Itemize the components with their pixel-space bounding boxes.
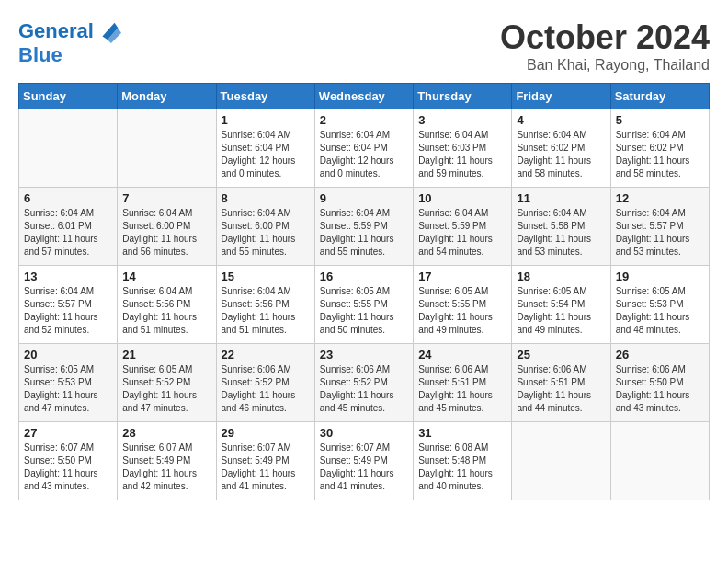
weekday-header-wednesday: Wednesday [314, 84, 413, 109]
day-info: Sunrise: 6:04 AMSunset: 5:56 PMDaylight:… [122, 285, 210, 337]
day-info: Sunrise: 6:04 AMSunset: 6:04 PMDaylight:… [320, 129, 408, 180]
day-number: 21 [122, 348, 210, 362]
day-info: Sunrise: 6:06 AMSunset: 5:50 PMDaylight:… [616, 363, 704, 415]
weekday-header-saturday: Saturday [610, 84, 709, 109]
calendar-cell: 11Sunrise: 6:04 AMSunset: 5:58 PMDayligh… [512, 188, 610, 266]
day-number: 31 [418, 426, 506, 440]
day-number: 14 [122, 270, 210, 283]
calendar-cell: 25Sunrise: 6:06 AMSunset: 5:51 PMDayligh… [512, 344, 610, 422]
calendar-cell: 14Sunrise: 6:04 AMSunset: 5:56 PMDayligh… [118, 266, 216, 344]
day-info: Sunrise: 6:06 AMSunset: 5:52 PMDaylight:… [222, 363, 310, 415]
weekday-header-monday: Monday [118, 84, 216, 109]
calendar-cell: 16Sunrise: 6:05 AMSunset: 5:55 PMDayligh… [314, 266, 413, 344]
day-info: Sunrise: 6:04 AMSunset: 5:56 PMDaylight:… [222, 285, 310, 337]
calendar-cell: 4Sunrise: 6:04 AMSunset: 6:02 PMDaylight… [512, 109, 610, 188]
day-info: Sunrise: 6:05 AMSunset: 5:53 PMDaylight:… [24, 363, 112, 415]
day-number: 3 [418, 113, 506, 127]
calendar-cell: 22Sunrise: 6:06 AMSunset: 5:52 PMDayligh… [216, 344, 314, 422]
calendar-cell: 27Sunrise: 6:07 AMSunset: 5:50 PMDayligh… [19, 422, 118, 500]
weekday-header-row: SundayMondayTuesdayWednesdayThursdayFrid… [19, 84, 710, 109]
calendar-cell: 20Sunrise: 6:05 AMSunset: 5:53 PMDayligh… [19, 344, 118, 422]
logo-blue: Blue [18, 44, 63, 66]
day-number: 10 [418, 191, 506, 205]
calendar-cell: 8Sunrise: 6:04 AMSunset: 6:00 PMDaylight… [216, 188, 314, 266]
day-number: 17 [418, 270, 506, 283]
day-info: Sunrise: 6:04 AMSunset: 6:01 PMDaylight:… [24, 207, 112, 259]
day-info: Sunrise: 6:04 AMSunset: 6:04 PMDaylight:… [222, 129, 310, 180]
day-number: 25 [517, 348, 605, 362]
calendar-cell: 10Sunrise: 6:04 AMSunset: 5:59 PMDayligh… [414, 188, 512, 266]
day-info: Sunrise: 6:05 AMSunset: 5:54 PMDaylight:… [517, 285, 605, 337]
day-number: 15 [222, 270, 310, 283]
calendar-cell: 1Sunrise: 6:04 AMSunset: 6:04 PMDaylight… [216, 109, 314, 188]
day-number: 7 [122, 191, 210, 205]
day-info: Sunrise: 6:06 AMSunset: 5:52 PMDaylight:… [320, 363, 408, 415]
calendar-cell: 24Sunrise: 6:06 AMSunset: 5:51 PMDayligh… [414, 344, 512, 422]
calendar-cell: 19Sunrise: 6:05 AMSunset: 5:53 PMDayligh… [610, 266, 709, 344]
day-number: 30 [320, 426, 408, 440]
day-info: Sunrise: 6:04 AMSunset: 5:57 PMDaylight:… [24, 285, 112, 337]
calendar-cell: 7Sunrise: 6:04 AMSunset: 6:00 PMDaylight… [118, 188, 216, 266]
day-number: 27 [24, 426, 112, 440]
month-title: October 2024 [500, 18, 710, 57]
logo: General Blue [18, 18, 121, 66]
day-info: Sunrise: 6:04 AMSunset: 6:02 PMDaylight:… [517, 129, 605, 180]
day-number: 19 [616, 270, 704, 283]
calendar-cell [512, 422, 610, 500]
weekday-header-sunday: Sunday [19, 84, 118, 109]
calendar-cell [19, 109, 118, 188]
calendar-week-1: 1Sunrise: 6:04 AMSunset: 6:04 PMDaylight… [19, 109, 710, 188]
day-info: Sunrise: 6:07 AMSunset: 5:49 PMDaylight:… [222, 442, 310, 493]
calendar-cell: 3Sunrise: 6:04 AMSunset: 6:03 PMDaylight… [414, 109, 512, 188]
weekday-header-friday: Friday [512, 84, 610, 109]
day-number: 4 [517, 113, 605, 127]
day-info: Sunrise: 6:07 AMSunset: 5:49 PMDaylight:… [122, 442, 210, 493]
day-info: Sunrise: 6:06 AMSunset: 5:51 PMDaylight:… [517, 363, 605, 415]
calendar-cell: 26Sunrise: 6:06 AMSunset: 5:50 PMDayligh… [610, 344, 709, 422]
day-info: Sunrise: 6:05 AMSunset: 5:53 PMDaylight:… [616, 285, 704, 337]
day-number: 6 [24, 191, 112, 205]
day-number: 18 [517, 270, 605, 283]
calendar-cell: 5Sunrise: 6:04 AMSunset: 6:02 PMDaylight… [610, 109, 709, 188]
day-info: Sunrise: 6:04 AMSunset: 6:03 PMDaylight:… [418, 129, 506, 180]
day-number: 29 [222, 426, 310, 440]
day-number: 1 [222, 113, 310, 127]
day-number: 12 [616, 191, 704, 205]
calendar-cell: 21Sunrise: 6:05 AMSunset: 5:52 PMDayligh… [118, 344, 216, 422]
day-info: Sunrise: 6:04 AMSunset: 6:00 PMDaylight:… [122, 207, 210, 259]
title-block: October 2024 Ban Khai, Rayong, Thailand [500, 18, 710, 74]
logo-icon [96, 18, 121, 44]
day-number: 9 [320, 191, 408, 205]
calendar-cell [118, 109, 216, 188]
day-number: 16 [320, 270, 408, 283]
calendar-cell: 9Sunrise: 6:04 AMSunset: 5:59 PMDaylight… [314, 188, 413, 266]
day-number: 28 [122, 426, 210, 440]
day-info: Sunrise: 6:04 AMSunset: 6:00 PMDaylight:… [222, 207, 310, 259]
day-info: Sunrise: 6:07 AMSunset: 5:50 PMDaylight:… [24, 442, 112, 493]
day-info: Sunrise: 6:05 AMSunset: 5:55 PMDaylight:… [320, 285, 408, 337]
day-info: Sunrise: 6:04 AMSunset: 6:02 PMDaylight:… [616, 129, 704, 180]
calendar-week-2: 6Sunrise: 6:04 AMSunset: 6:01 PMDaylight… [19, 188, 710, 266]
weekday-header-thursday: Thursday [414, 84, 512, 109]
day-number: 23 [320, 348, 408, 362]
calendar-cell [610, 422, 709, 500]
day-number: 26 [616, 348, 704, 362]
calendar-week-5: 27Sunrise: 6:07 AMSunset: 5:50 PMDayligh… [19, 422, 710, 500]
day-number: 11 [517, 191, 605, 205]
calendar-week-4: 20Sunrise: 6:05 AMSunset: 5:53 PMDayligh… [19, 344, 710, 422]
calendar-table: SundayMondayTuesdayWednesdayThursdayFrid… [18, 83, 710, 500]
calendar-cell: 17Sunrise: 6:05 AMSunset: 5:55 PMDayligh… [414, 266, 512, 344]
calendar-cell: 30Sunrise: 6:07 AMSunset: 5:49 PMDayligh… [314, 422, 413, 500]
calendar-cell: 13Sunrise: 6:04 AMSunset: 5:57 PMDayligh… [19, 266, 118, 344]
day-number: 13 [24, 270, 112, 283]
calendar-cell: 23Sunrise: 6:06 AMSunset: 5:52 PMDayligh… [314, 344, 413, 422]
weekday-header-tuesday: Tuesday [216, 84, 314, 109]
day-number: 20 [24, 348, 112, 362]
calendar-cell: 12Sunrise: 6:04 AMSunset: 5:57 PMDayligh… [610, 188, 709, 266]
day-number: 5 [616, 113, 704, 127]
day-info: Sunrise: 6:04 AMSunset: 5:59 PMDaylight:… [418, 207, 506, 259]
day-number: 22 [222, 348, 310, 362]
day-number: 8 [222, 191, 310, 205]
calendar-cell: 29Sunrise: 6:07 AMSunset: 5:49 PMDayligh… [216, 422, 314, 500]
day-info: Sunrise: 6:08 AMSunset: 5:48 PMDaylight:… [418, 442, 506, 493]
